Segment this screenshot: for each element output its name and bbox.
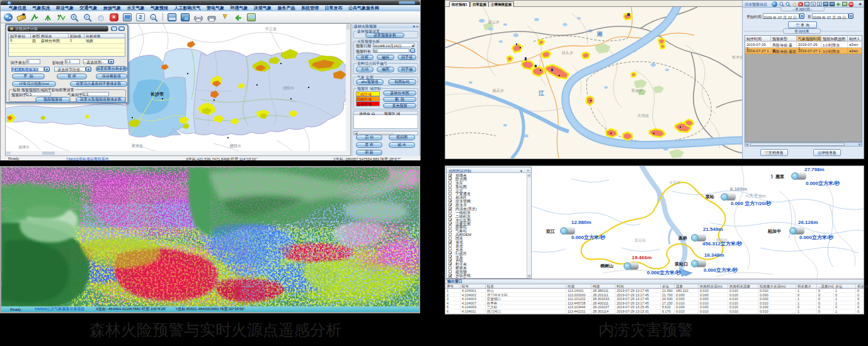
svg-text:江: 江: [538, 90, 544, 96]
svg-text:镇头乡: 镇头乡: [561, 51, 573, 55]
svg-text:永安镇: 永安镇: [669, 180, 680, 184]
svg-text:大瑶镇: 大瑶镇: [637, 113, 649, 118]
svg-text:%: %: [152, 15, 155, 19]
svg-text:平江县: 平江县: [265, 26, 277, 31]
svg-text:浏阳市: 浏阳市: [283, 86, 294, 91]
svg-text:株洲县: 株洲县: [131, 144, 143, 148]
svg-text:黄花镇: 黄花镇: [634, 238, 646, 243]
svg-text:杨花乡: 杨花乡: [492, 89, 504, 93]
svg-text:枨冲乡: 枨冲乡: [731, 55, 742, 59]
svg-text:普迹乡: 普迹乡: [631, 88, 642, 93]
svg-text:湘潭市: 湘潭市: [18, 145, 30, 150]
svg-text:长沙市: 长沙市: [150, 91, 164, 97]
svg-text:湘: 湘: [597, 31, 602, 37]
svg-text:观山乡: 观山乡: [488, 20, 500, 25]
svg-text:醴陵市: 醴陵市: [230, 143, 241, 148]
